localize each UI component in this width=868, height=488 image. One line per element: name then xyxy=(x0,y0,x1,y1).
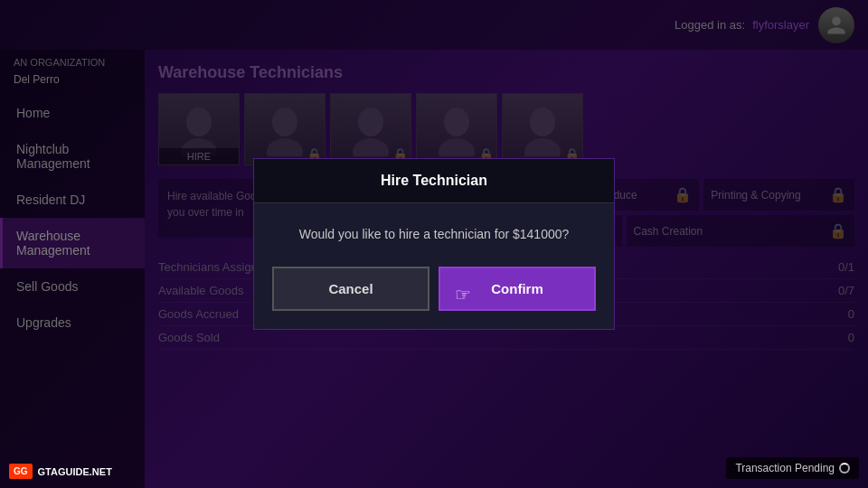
modal-actions: Cancel Confirm xyxy=(254,267,614,329)
modal-overlay: Hire Technician Would you like to hire a… xyxy=(0,0,868,488)
modal-title: Hire Technician xyxy=(272,173,596,189)
modal-body: Would you like to hire a technician for … xyxy=(254,203,614,267)
hire-technician-modal: Hire Technician Would you like to hire a… xyxy=(253,158,615,330)
gg-site-name: GTAGUIDE.NET xyxy=(38,466,112,477)
watermark: GG GTAGUIDE.NET xyxy=(9,464,112,479)
transaction-pending: Transaction Pending xyxy=(726,457,859,479)
modal-header: Hire Technician xyxy=(254,159,614,203)
confirm-button[interactable]: Confirm xyxy=(439,267,596,311)
transaction-pending-text: Transaction Pending xyxy=(735,462,835,474)
loading-spinner xyxy=(839,463,850,474)
gg-badge: GG xyxy=(9,464,33,479)
cancel-button[interactable]: Cancel xyxy=(272,267,429,311)
modal-question: Would you like to hire a technician for … xyxy=(281,226,587,244)
